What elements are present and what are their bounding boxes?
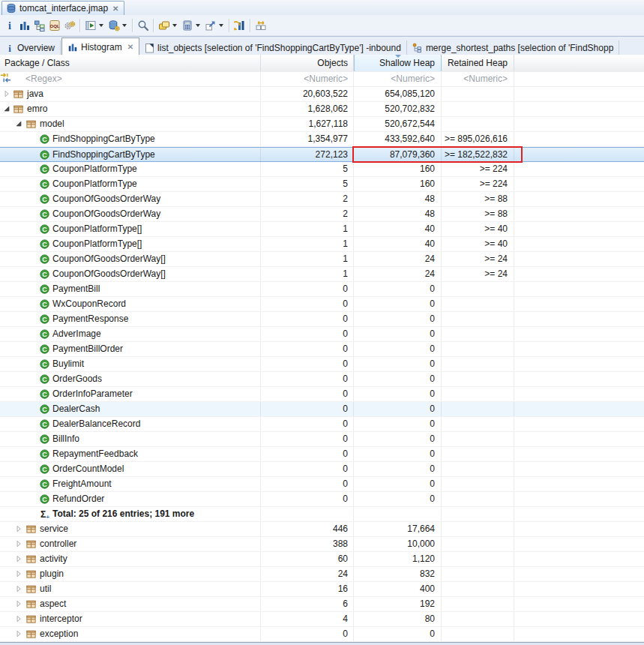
dropdown-arrow-icon[interactable] (196, 24, 200, 27)
table-row[interactable]: Σ+Total: 25 of 216 entries; 191 more (0, 507, 644, 522)
table-rows: java20,603,522654,085,120emro1,628,06252… (0, 87, 644, 642)
tree-expand-icon[interactable] (14, 524, 24, 534)
svg-text:Σ: Σ (40, 509, 46, 520)
package-icon (25, 554, 37, 565)
table-row[interactable]: CCouponOfGoodsOrderWay[]124>= 24 (0, 252, 644, 267)
table-row[interactable]: CRefundOrder00 (0, 492, 644, 507)
table-row[interactable]: CFindShoppingCartByType272,12387,079,360… (0, 147, 644, 162)
find-icon[interactable] (136, 17, 151, 34)
group-result-icon[interactable] (157, 17, 172, 34)
tree-expand-icon[interactable] (14, 539, 24, 549)
calculate-retained-size-icon[interactable] (180, 17, 195, 34)
table-row[interactable]: CCouponOfGoodsOrderWay[]124>= 24 (0, 267, 644, 282)
cell-objects: 1 (261, 267, 354, 281)
table-row[interactable]: CCouponOfGoodsOrderWay248>= 88 (0, 207, 644, 222)
query-browser-icon[interactable] (106, 17, 121, 34)
table-row[interactable]: CFreightAmount00 (0, 477, 644, 492)
create-histogram-icon[interactable] (17, 17, 32, 34)
tab-close-icon[interactable]: ✕ (127, 43, 133, 51)
expert-system-icon[interactable] (62, 17, 77, 34)
numeric-filter-input[interactable]: <Numeric> (354, 72, 442, 86)
tree-expand-icon[interactable] (14, 584, 24, 594)
compare-tables-icon[interactable] (253, 17, 268, 34)
table-row[interactable]: CDealerBalanceRecord00 (0, 417, 644, 432)
oql-icon[interactable]: OQL (47, 17, 62, 34)
tree-collapse-icon[interactable] (2, 104, 12, 114)
table-row[interactable]: CDealerCash00 (0, 402, 644, 417)
tab-merge-shortest-paths[interactable]: merge_shortest_paths [selection of 'Find… (407, 40, 619, 56)
tab-overview[interactable]: i Overview (0, 40, 61, 56)
table-row[interactable]: controller38810,000 (0, 537, 644, 552)
table-row[interactable]: CCouponOfGoodsOrderWay248>= 88 (0, 192, 644, 207)
column-header-shallow-heap[interactable]: Shallow Heap (354, 55, 442, 71)
column-header-package-class[interactable]: Package / Class (0, 55, 261, 71)
refresh-histogram-icon[interactable] (232, 17, 247, 34)
table-row[interactable]: CPaymentBill00 (0, 282, 644, 297)
table-row[interactable]: CRepaymentFeedback00 (0, 447, 644, 462)
regex-filter-input[interactable]: <Regex> (25, 72, 62, 86)
table-row[interactable]: exception00 (0, 627, 644, 642)
package-icon (25, 598, 37, 610)
info-icon[interactable]: i (2, 17, 17, 34)
tree-expand-icon[interactable] (2, 89, 12, 99)
table-row[interactable]: aspect6192 (0, 597, 644, 612)
table-row[interactable]: CPaymentResponse00 (0, 312, 644, 327)
table-row[interactable]: service44617,664 (0, 522, 644, 537)
dropdown-arrow-icon[interactable] (122, 24, 127, 27)
dropdown-arrow-icon[interactable] (219, 24, 223, 27)
tree-collapse-icon[interactable] (14, 119, 24, 129)
tree-expand-icon[interactable] (14, 614, 24, 624)
dropdown-arrow-icon[interactable] (99, 24, 103, 27)
table-row[interactable]: CBuylimit00 (0, 357, 644, 372)
tree-expand-icon[interactable] (14, 569, 24, 579)
cell-objects: 0 (261, 282, 354, 296)
filter-row[interactable]: <Regex> <Numeric> <Numeric> <Numeric> (0, 72, 644, 87)
table-row[interactable]: CPaymentBillOrder00 (0, 342, 644, 357)
package-icon (25, 538, 37, 550)
tab-histogram[interactable]: Histogram ✕ (61, 38, 139, 56)
editor-tab-heapdump[interactable]: tomcat_interface.jmap ✕ (1, 1, 124, 15)
cell-shallow-heap: 24 (354, 267, 442, 281)
dropdown-arrow-icon[interactable] (172, 24, 177, 27)
table-row[interactable]: CWxCouponRecord00 (0, 297, 644, 312)
table-row[interactable]: util16400 (0, 582, 644, 597)
numeric-filter-input[interactable]: <Numeric> (261, 72, 354, 86)
info-icon: i (5, 43, 14, 53)
tab-list-objects[interactable]: list_objects [selection of 'FindShopping… (139, 40, 407, 56)
column-header-objects[interactable]: Objects (261, 55, 354, 71)
cell-objects: 5 (261, 177, 354, 191)
editor-tab-close-icon[interactable]: ✕ (112, 4, 118, 13)
column-header-retained-heap[interactable]: Retained Heap (442, 55, 514, 71)
table-row[interactable]: CBillInfo00 (0, 432, 644, 447)
table-row[interactable]: interceptor480 (0, 612, 644, 627)
table-row[interactable]: java20,603,522654,085,120 (0, 87, 644, 102)
cell-retained-heap: >= 24 (442, 267, 514, 281)
table-row[interactable]: CCouponPlatformType[]140>= 40 (0, 222, 644, 237)
table-row[interactable]: CAdverImage00 (0, 327, 644, 342)
package-icon (25, 628, 37, 640)
table-row[interactable]: COrderInfoParameter00 (0, 387, 644, 402)
table-row[interactable]: CFindShoppingCartByType1,354,977433,592,… (0, 132, 644, 147)
run-expert-test-icon[interactable] (83, 17, 98, 34)
table-row[interactable]: COrderGoods00 (0, 372, 644, 387)
svg-text:C: C (42, 496, 47, 503)
cell-objects: 0 (261, 417, 354, 431)
export-icon[interactable] (203, 17, 218, 34)
cell-objects: 0 (261, 297, 354, 311)
row-label: plugin (40, 567, 64, 581)
cell-shallow-heap: 433,592,640 (354, 132, 442, 146)
table-row[interactable]: CCouponPlatformType5160>= 224 (0, 162, 644, 177)
table-row[interactable]: CCouponPlatformType[]140>= 40 (0, 237, 644, 252)
numeric-filter-input[interactable]: <Numeric> (442, 72, 514, 86)
class-icon: C (39, 328, 50, 340)
table-row[interactable]: emro1,628,062520,702,832 (0, 102, 644, 117)
table-row[interactable]: CCouponPlatformType5160>= 224 (0, 177, 644, 192)
table-row[interactable]: COrderCountModel00 (0, 462, 644, 477)
table-row[interactable]: activity601,120 (0, 552, 644, 567)
tree-expand-icon[interactable] (14, 629, 24, 639)
tree-expand-icon[interactable] (14, 599, 24, 609)
tree-expand-icon[interactable] (14, 554, 24, 564)
table-row[interactable]: model1,627,118520,672,544 (0, 117, 644, 132)
dominator-tree-icon[interactable] (32, 17, 47, 34)
table-row[interactable]: plugin24832 (0, 567, 644, 582)
